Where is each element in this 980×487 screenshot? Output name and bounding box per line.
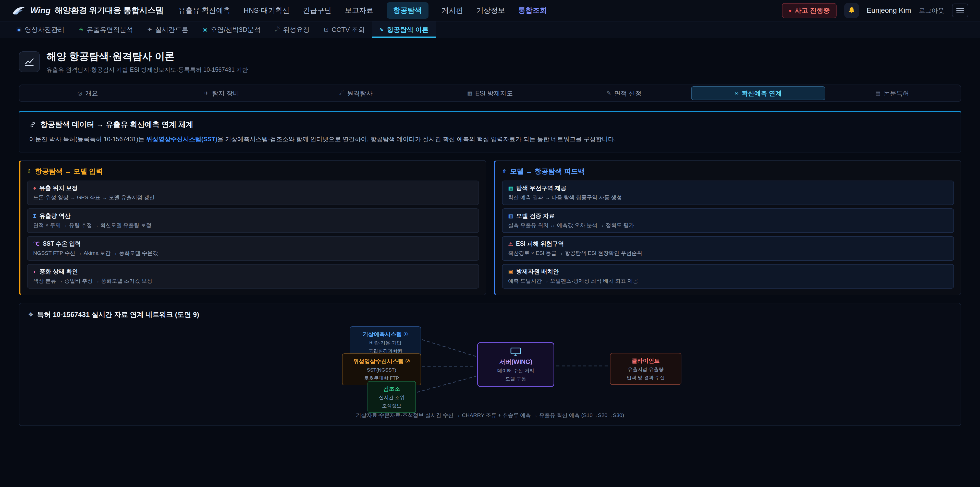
- nav-item-aerial-search[interactable]: 항공탐색: [387, 2, 428, 19]
- brand-logo-text: Wing: [30, 6, 51, 15]
- wing-logo-icon: [12, 5, 26, 16]
- subnav-item-aerial-theory[interactable]: ∿ 항공탐색 이론: [372, 21, 436, 38]
- nav-item-weather-info[interactable]: 기상정보: [476, 6, 505, 15]
- section-tabbar: ◎ 개요 ✈ 탐지 장비 ☄ 원격탐사 ▦ ESI 방제지도 ✎ 면적 산정 ∞…: [19, 85, 961, 102]
- subnav-item-satellite-request[interactable]: ☄ 위성요청: [268, 21, 317, 38]
- image-icon: ▣: [16, 26, 22, 33]
- chart-icon: [24, 57, 35, 67]
- node-client: 클라이언트 유출지점·유출량 입력 및 결과 수신: [610, 353, 681, 385]
- pencil-icon: ✎: [607, 90, 611, 96]
- notification-bell-button[interactable]: [844, 3, 859, 18]
- menu-button[interactable]: [952, 3, 968, 18]
- user-name: Eunjeong Kim: [867, 6, 911, 14]
- subnav-label: 영상사진관리: [25, 25, 65, 34]
- subnav-item-image-management[interactable]: ▣ 영상사진관리: [9, 21, 72, 38]
- subnav-item-realtime-drone[interactable]: ✈ 실시간드론: [140, 21, 195, 38]
- item-response-resource-deployment: ▣방제자원 배치안 예측 도달시간 → 오일펜스·방제정 최적 배치 좌표 제공: [502, 264, 954, 289]
- network-graph-icon: ❖: [28, 311, 34, 318]
- linkage-heading: 항공탐색 데이터 → 유출유 확산예측 연계 체계: [29, 120, 951, 130]
- search-zone-map-icon: ▦: [508, 185, 513, 191]
- chain-link-icon: [29, 121, 36, 128]
- remote-sensing-icon: ☄: [339, 90, 344, 96]
- topbar-right: ● 사고 진행중 Eunjeong Kim 로그아웃: [782, 3, 968, 18]
- server-monitor-icon: [510, 347, 522, 357]
- nav-item-integrated-search[interactable]: 통합조회: [518, 6, 547, 15]
- network-title-row: ❖ 특허 10-1567431 실시간 자료 연계 네트워크 (도면 9): [28, 310, 952, 319]
- subnav-item-pollution-ship-3d[interactable]: ◉ 오염/선박3D분석: [196, 21, 268, 38]
- satellite-icon: ☄: [275, 26, 280, 33]
- calculation-icon: Σ: [33, 213, 37, 219]
- subnav-item-oil-area-analysis[interactable]: ✳ 유출유면적분석: [72, 21, 140, 38]
- overview-icon: ◎: [78, 90, 82, 96]
- subnav-label: 오염/선박3D분석: [210, 25, 261, 34]
- item-weathering-state-check: ◐풍화 상태 확인 색상 분류 → 증발비 추정 → 풍화모델 초기값 보정: [27, 264, 479, 289]
- map-icon: ▦: [467, 90, 472, 96]
- nav-item-spill-diffusion[interactable]: 유출유 확산예측: [178, 6, 231, 15]
- linkage-cards: ⇩ 항공탐색 → 모델 입력 ⌖유출 위치 보정 드론·위성 영상 → GPS …: [19, 160, 961, 295]
- drone-icon: ✈: [147, 26, 152, 33]
- sst-system-link[interactable]: 위성영상수신시스템(SST): [146, 136, 218, 142]
- item-model-validation-data: ▥모델 검증 자료 실측 유출유 위치 ↔ 예측값 오차 분석 → 정확도 평가: [502, 208, 954, 233]
- tab-area-calculation[interactable]: ✎ 면적 산정: [557, 86, 691, 100]
- inbox-icon: ⇩: [27, 168, 32, 174]
- nav-item-emergency-rescue[interactable]: 긴급구난: [303, 6, 331, 15]
- incident-status-label: 사고 진행중: [795, 6, 830, 15]
- model-validation-icon: ▥: [508, 213, 513, 219]
- theory-chart-icon: ∿: [379, 26, 384, 33]
- node-satellite-receiving-system: 위성영상수신시스템 ② SST(NGSST) 토호쿠대학 FTP: [342, 353, 421, 385]
- model-input-card-title: ⇩ 항공탐색 → 모델 입력: [27, 167, 479, 176]
- incident-status-badge[interactable]: ● 사고 진행중: [782, 3, 836, 18]
- linkage-overview-panel: 항공탐색 데이터 → 유출유 확산예측 연계 체계 이문진 박사 특허(등록특허…: [19, 111, 961, 152]
- item-spill-location-correction: ⌖유출 위치 보정 드론·위성 영상 → GPS 좌표 → 모델 유출지점 갱신: [27, 180, 479, 205]
- logout-button[interactable]: 로그아웃: [919, 6, 944, 15]
- patent-network-panel: ❖ 특허 10-1567431 실시간 자료 연계 네트워크 (도면 9) 기상…: [19, 303, 961, 426]
- subnav-item-cctv-view[interactable]: ⊡ CCTV 조회: [317, 21, 372, 38]
- page-icon: [19, 51, 40, 72]
- subnav-label: 실시간드론: [155, 25, 188, 34]
- model-feedback-card-title: ⇧ 모델 → 항공탐색 피드백: [502, 167, 954, 176]
- bell-icon: [848, 6, 856, 14]
- outbox-icon: ⇧: [502, 168, 507, 174]
- main-nav: 유출유 확산예측 HNS·대기확산 긴급구난 보고자료 항공탐색 게시판 기상정…: [178, 2, 547, 19]
- location-pin-icon: ⌖: [33, 185, 36, 191]
- linkage-description: 이문진 박사 특허(등록특허 10-1567431)는 위성영상수신시스템(SS…: [29, 134, 951, 144]
- sub-nav: ▣ 영상사진관리 ✳ 유출유면적분석 ✈ 실시간드론 ◉ 오염/선박3D분석 ☄…: [0, 21, 980, 38]
- nav-item-hns-air[interactable]: HNS·대기확산: [243, 6, 290, 15]
- temperature-icon: ℃: [33, 241, 40, 247]
- network-caption: 기상자료·수온자료·조석정보 실시간 수신 → CHARRY 조류 + 취송류 …: [28, 412, 952, 419]
- link-icon: ∞: [735, 90, 738, 96]
- node-wing-server: 서버(WING) 데이터 수신·처리 모델 구동: [477, 342, 554, 387]
- ship-3d-icon: ◉: [203, 26, 207, 33]
- tab-diffusion-linkage[interactable]: ∞ 확산예측 연계: [691, 86, 825, 100]
- subnav-label: CCTV 조회: [332, 25, 365, 34]
- model-input-card: ⇩ 항공탐색 → 모델 입력 ⌖유출 위치 보정 드론·위성 영상 → GPS …: [19, 160, 486, 295]
- nav-item-board[interactable]: 게시판: [442, 6, 463, 15]
- nav-item-reports[interactable]: 보고자료: [345, 6, 373, 15]
- subnav-label: 위성요청: [283, 25, 310, 34]
- network-diagram: 기상예측시스템 ① 바람·기온·기압 국립환경과학원 위성영상수신시스템 ② S…: [266, 326, 714, 406]
- subnav-label: 유출유면적분석: [86, 25, 133, 34]
- status-dot-icon: ●: [789, 8, 792, 14]
- main-content: 해양 항공탐색·원격탐사 이론 유출유 원격탐지·항공감시 기법·ESI 방제정…: [0, 38, 980, 426]
- esi-risk-warning-icon: ⚠: [508, 241, 513, 247]
- response-resource-icon: ▣: [508, 269, 513, 275]
- app-title: 해양환경 위기대응 통합시스템: [55, 5, 163, 16]
- network-title: 특허 10-1567431 실시간 자료 연계 네트워크 (도면 9): [37, 310, 199, 319]
- subnav-label: 항공탐색 이론: [387, 25, 428, 34]
- tab-remote-sensing[interactable]: ☄ 원격탐사: [289, 86, 423, 100]
- analysis-sparkle-icon: ✳: [79, 26, 83, 33]
- item-spill-volume-estimation: Σ유출량 역산 면적 × 두께 → 유량 추정 → 확산모델 유출량 보정: [27, 208, 479, 233]
- node-tide-station: 검조소 실시간 조위 조석정보: [368, 381, 416, 413]
- cctv-icon: ⊡: [324, 26, 328, 33]
- tab-overview[interactable]: ◎ 개요: [21, 86, 155, 100]
- tab-esi-map[interactable]: ▦ ESI 방제지도: [423, 86, 557, 100]
- tab-detection-equipment[interactable]: ✈ 탐지 장비: [155, 86, 289, 100]
- item-priority-search-zone: ▦탐색 우선구역 제공 확산 예측 결과 → 다음 탐색 집중구역 자동 생성: [502, 180, 954, 205]
- item-esi-risk-zone: ⚠ESI 피해 위험구역 확산경로 × ESI 등급 → 항공탐색 ESI 현장…: [502, 236, 954, 261]
- topbar: Wing 해양환경 위기대응 통합시스템 유출유 확산예측 HNS·대기확산 긴…: [0, 0, 980, 21]
- tab-papers-patents[interactable]: ▤ 논문특허: [825, 86, 959, 100]
- documents-icon: ▤: [875, 90, 880, 96]
- aircraft-icon: ✈: [204, 90, 209, 96]
- page-subtitle: 유출유 원격탐지·항공감시 기법·ESI 방제정보지도·등록특허 10-1567…: [46, 66, 248, 74]
- model-feedback-card: ⇧ 모델 → 항공탐색 피드백 ▦탐색 우선구역 제공 확산 예측 결과 → 다…: [494, 160, 961, 295]
